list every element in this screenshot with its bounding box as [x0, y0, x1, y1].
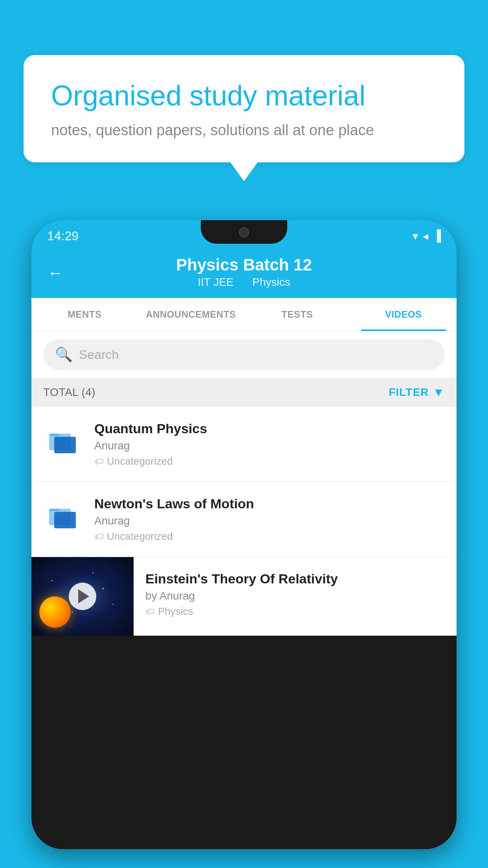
total-count: TOTAL (4) [43, 386, 95, 399]
video-info-3: Einstein's Theory Of Relativity by Anura… [134, 557, 457, 632]
tab-announcements[interactable]: ANNOUNCEMENTS [138, 298, 244, 331]
search-bar[interactable]: 🔍 Search [43, 339, 445, 370]
tab-tests[interactable]: TESTS [244, 298, 350, 331]
filter-button[interactable]: FILTER ▼ [389, 386, 445, 399]
app-header: ← Physics Batch 12 IIT JEE Physics [31, 248, 457, 298]
back-button[interactable]: ← [47, 263, 64, 282]
tab-videos[interactable]: VIDEOS [350, 298, 457, 331]
tag-icon-2: 🏷 [94, 531, 104, 542]
header-subtitle-iitjee: IIT JEE [198, 276, 233, 288]
video-item-1[interactable]: Quantum Physics Anurag 🏷 Uncategorized [31, 407, 457, 482]
tabs-container: MENTS ANNOUNCEMENTS TESTS VIDEOS [31, 298, 457, 331]
filter-bar: TOTAL (4) FILTER ▼ [31, 378, 457, 407]
search-icon: 🔍 [55, 346, 73, 363]
phone-content: 🔍 Search TOTAL (4) FILTER ▼ [31, 331, 457, 636]
filter-label: FILTER [389, 386, 429, 399]
video-thumb-2 [43, 496, 83, 535]
bubble-subtitle: notes, question papers, solutions all at… [51, 122, 437, 139]
play-triangle-icon [78, 589, 89, 603]
video-author-2: Anurag [94, 515, 445, 527]
battery-icon: ▐ [433, 230, 441, 242]
svg-rect-3 [54, 512, 76, 528]
tag-icon-1: 🏷 [94, 456, 104, 467]
speech-bubble: Organised study material notes, question… [24, 55, 464, 162]
planet-glow [39, 596, 71, 628]
tab-ments[interactable]: MENTS [31, 298, 138, 331]
tag-icon-3: 🏷 [145, 606, 155, 617]
filter-icon: ▼ [433, 386, 445, 399]
phone-container: 14:29 ▾ ◂ ▐ ← Physics Batch 12 IIT JEE P… [31, 220, 457, 868]
video-thumb-1 [43, 421, 83, 460]
bubble-title: Organised study material [51, 79, 437, 112]
status-time: 14:29 [47, 229, 79, 243]
play-button[interactable] [69, 583, 96, 610]
header-title: Physics Batch 12 [47, 256, 441, 274]
video-tag-3: 🏷 Physics [145, 605, 445, 618]
video-tag-1: 🏷 Uncategorized [94, 455, 445, 467]
video-title-2: Newton's Laws of Motion [94, 496, 445, 511]
video-author-1: Anurag [94, 440, 445, 452]
video-title-1: Quantum Physics [94, 421, 445, 436]
phone-frame: 14:29 ▾ ◂ ▐ ← Physics Batch 12 IIT JEE P… [31, 220, 457, 849]
video-item-3[interactable]: Einstein's Theory Of Relativity by Anura… [31, 557, 457, 636]
wifi-icon: ▾ [413, 230, 418, 243]
speech-bubble-section: Organised study material notes, question… [24, 55, 464, 162]
search-placeholder: Search [79, 348, 119, 362]
video-tag-2: 🏷 Uncategorized [94, 530, 445, 542]
header-subtitle: IIT JEE Physics [47, 276, 441, 289]
video-list: Quantum Physics Anurag 🏷 Uncategorized [31, 407, 457, 636]
svg-rect-1 [54, 437, 76, 453]
video-author-3: by Anurag [145, 590, 445, 602]
video-info-1: Quantum Physics Anurag 🏷 Uncategorized [94, 421, 445, 467]
search-bar-container: 🔍 Search [31, 331, 457, 378]
phone-camera [239, 227, 249, 237]
video-thumbnail-3 [31, 557, 134, 636]
status-icons: ▾ ◂ ▐ [413, 230, 441, 243]
video-info-2: Newton's Laws of Motion Anurag 🏷 Uncateg… [94, 496, 445, 542]
signal-icon: ◂ [423, 230, 428, 243]
video-title-3: Einstein's Theory Of Relativity [145, 571, 445, 587]
video-item-2[interactable]: Newton's Laws of Motion Anurag 🏷 Uncateg… [31, 482, 457, 557]
phone-notch [201, 220, 287, 244]
header-subtitle-physics: Physics [252, 276, 290, 288]
